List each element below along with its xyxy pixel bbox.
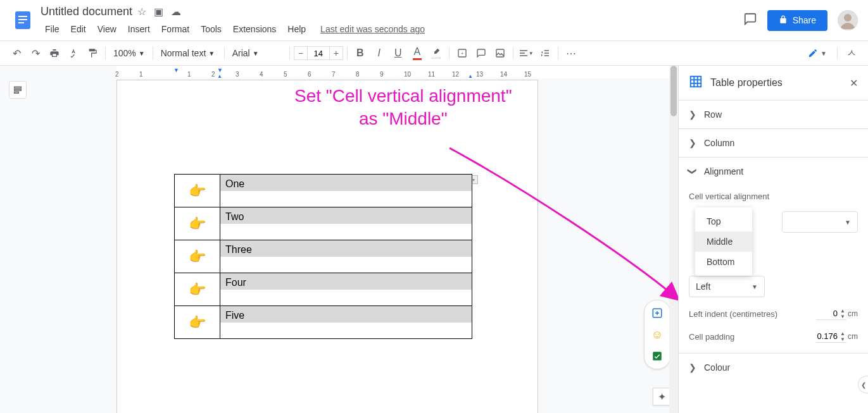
table-cell-icon[interactable]: 👉: [175, 240, 220, 273]
spellcheck-button[interactable]: [65, 44, 82, 62]
lock-icon: [779, 15, 788, 26]
pointing-hand-icon: 👉: [189, 249, 206, 265]
share-button[interactable]: Share: [767, 10, 827, 31]
italic-button[interactable]: I: [370, 44, 388, 62]
menu-view[interactable]: View: [93, 22, 121, 37]
paragraph-style-select[interactable]: Normal text▼: [157, 44, 220, 62]
pointing-hand-icon: 👉: [189, 216, 206, 232]
cell-vertical-alignment-select[interactable]: ▼: [782, 211, 858, 233]
add-comment-fab[interactable]: [648, 304, 666, 322]
chevron-right-icon: ❯: [689, 362, 696, 373]
svg-rect-2: [18, 19, 27, 20]
align-button[interactable]: ▼: [517, 44, 535, 62]
table-row[interactable]: 👉 Three: [175, 240, 472, 273]
toolbar: ↶ ↷ 100%▼ Normal text▼ Arial▼ − 14 + B I…: [0, 40, 868, 66]
chevron-down-icon: ❯: [688, 168, 698, 175]
account-avatar[interactable]: [838, 10, 858, 30]
explore-fab[interactable]: ✦: [653, 388, 670, 405]
insert-image-button[interactable]: [491, 44, 509, 62]
chevron-right-icon: ❯: [689, 138, 696, 148]
star-icon[interactable]: ☆: [137, 6, 146, 18]
menu-extensions[interactable]: Extensions: [229, 22, 280, 37]
outline-toggle-button[interactable]: [9, 81, 27, 99]
table-row[interactable]: 👉 Two: [175, 207, 472, 240]
font-select[interactable]: Arial▼: [229, 44, 286, 62]
hide-panels-button[interactable]: ㅅ: [843, 44, 860, 62]
more-button[interactable]: ⋯: [562, 44, 580, 62]
editing-mode-button[interactable]: ▼: [803, 46, 832, 61]
svg-rect-1: [18, 16, 27, 17]
close-panel-button[interactable]: ✕: [850, 77, 858, 89]
section-column[interactable]: ❯ Column: [679, 128, 868, 157]
print-button[interactable]: [46, 44, 63, 62]
paint-format-button[interactable]: [84, 44, 101, 62]
insert-link-button[interactable]: +: [453, 44, 471, 62]
font-size-value[interactable]: 14: [308, 46, 329, 60]
emoji-fab[interactable]: ☺: [648, 326, 666, 343]
bold-button[interactable]: B: [351, 44, 369, 62]
line-spacing-button[interactable]: [536, 44, 554, 62]
option-bottom[interactable]: Bottom: [695, 252, 752, 272]
svg-rect-9: [15, 87, 22, 88]
table-cell-text[interactable]: Three: [220, 240, 472, 273]
doc-title[interactable]: Untitled document: [41, 5, 132, 18]
alignment-body: Cell vertical alignment ▼ Top Middle Bot…: [679, 185, 868, 353]
table-cell-icon[interactable]: 👉: [175, 306, 220, 339]
last-edit-link[interactable]: Last edit was seconds ago: [320, 24, 425, 34]
menu-help[interactable]: Help: [283, 22, 310, 37]
indent-marker-first-line-icon[interactable]: ▼: [217, 67, 223, 73]
section-alignment[interactable]: ❯ Alignment: [679, 157, 868, 185]
page[interactable]: ▾ 👉 One 👉 Two 👉 Three 👉 Four: [116, 80, 538, 413]
table-cell-text[interactable]: Five: [220, 306, 472, 339]
suggest-fab[interactable]: [648, 347, 666, 365]
undo-button[interactable]: ↶: [8, 44, 25, 62]
font-size-increase[interactable]: +: [329, 46, 343, 60]
svg-point-5: [844, 14, 852, 22]
zoom-select[interactable]: 100%▼: [110, 44, 149, 62]
floating-actions: ☺: [644, 300, 670, 369]
menu-edit[interactable]: Edit: [66, 22, 91, 37]
menu-file[interactable]: File: [41, 22, 64, 37]
indent-marker-icon[interactable]: ▼: [173, 67, 179, 73]
section-colour[interactable]: ❯ Colour: [679, 353, 868, 381]
horizontal-ruler[interactable]: 2 1 1 2 3 4 5 6 7 8 9 10 11 12 13 14 15 …: [116, 66, 678, 78]
highlight-button[interactable]: [427, 44, 445, 62]
comments-icon[interactable]: [743, 12, 757, 28]
redo-button[interactable]: ↷: [27, 44, 44, 62]
menu-tools[interactable]: Tools: [196, 22, 226, 37]
table-cell-text[interactable]: One: [220, 175, 472, 207]
pointing-hand-icon: 👉: [189, 314, 206, 331]
table-alignment-select[interactable]: Left▼: [689, 276, 765, 297]
section-row[interactable]: ❯ Row: [679, 100, 868, 128]
text-color-button[interactable]: A: [408, 44, 426, 62]
font-size-decrease[interactable]: −: [294, 46, 308, 60]
option-middle[interactable]: Middle: [695, 231, 752, 252]
share-label: Share: [793, 15, 816, 25]
menu-insert[interactable]: Insert: [123, 22, 154, 37]
move-icon[interactable]: ▣: [154, 6, 163, 18]
table-cell-icon[interactable]: 👉: [175, 175, 220, 207]
vertical-scrollbar[interactable]: [669, 66, 678, 413]
svg-rect-10: [15, 89, 22, 90]
indent-marker-right-icon[interactable]: ▲: [468, 73, 473, 79]
left-indent-label: Left indent (centimetres): [689, 309, 777, 319]
indent-marker-left-icon[interactable]: ▲: [217, 73, 222, 79]
document-table[interactable]: 👉 One 👉 Two 👉 Three 👉 Four 👉 Five: [174, 174, 472, 339]
menu-bar: File Edit View Insert Format Tools Exten…: [41, 20, 743, 38]
table-cell-text[interactable]: Two: [220, 207, 472, 240]
table-cell-icon[interactable]: 👉: [175, 273, 220, 306]
stepper-icon[interactable]: ▲▼: [840, 308, 845, 319]
side-panel-expand-tab[interactable]: ❮: [858, 376, 868, 393]
cloud-status-icon[interactable]: ☁: [171, 6, 181, 18]
table-row[interactable]: 👉 Four: [175, 273, 472, 306]
option-top[interactable]: Top: [695, 211, 752, 231]
add-comment-button[interactable]: [472, 44, 490, 62]
stepper-icon[interactable]: ▲▼: [840, 331, 845, 342]
menu-format[interactable]: Format: [157, 22, 194, 37]
table-row[interactable]: 👉 Five: [175, 306, 472, 339]
table-cell-icon[interactable]: 👉: [175, 207, 220, 240]
underline-button[interactable]: U: [389, 44, 407, 62]
table-cell-text[interactable]: Four: [220, 273, 472, 306]
docs-logo[interactable]: [10, 8, 35, 33]
table-row[interactable]: 👉 One: [175, 175, 472, 207]
